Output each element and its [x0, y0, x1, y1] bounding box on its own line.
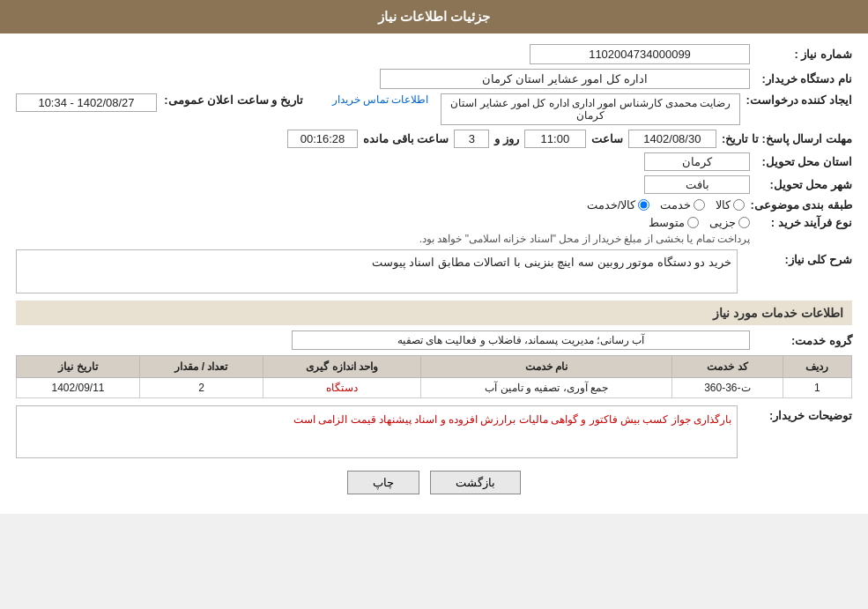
sharh-label: شرح کلی نیاز:	[738, 249, 852, 266]
th-vahed: واحد اندازه گیری	[263, 356, 420, 378]
jozi-label: جزیی	[709, 216, 736, 229]
noefrayand-desc: پرداخت تمام یا بخشی از مبلغ خریدار از مح…	[419, 233, 750, 245]
mohlat-saat-value: 11:00	[524, 130, 586, 148]
cell-kod: ت-36-360	[671, 378, 783, 398]
th-tarikh: تاریخ نیاز	[17, 356, 140, 378]
tarikh-ijad-row: ایجاد کننده درخواست: رضایت محمدی کارشناس…	[16, 93, 852, 125]
sharh-row: شرح کلی نیاز: خرید دو دستگاه موتور روبین…	[16, 249, 852, 293]
tozihat-box: بارگذاری جواز کسب بیش فاکتور و گواهی مال…	[16, 405, 738, 458]
mohlat-label: مهلت ارسال پاسخ: تا تاریخ:	[722, 132, 852, 145]
shomara-niaz-label: شماره نیاز :	[755, 48, 852, 61]
service-table-body: 1 ت-36-360 جمع آوری، تصفیه و تامین آب دس…	[17, 378, 852, 398]
ijad-label: ایجاد کننده درخواست:	[746, 93, 852, 107]
ostan-row: استان محل تحویل: کرمان	[16, 152, 852, 171]
shomara-row: شماره نیاز : 1102004734000099	[16, 44, 852, 64]
mohlat-baghi-label: ساعت باقی مانده	[363, 132, 449, 145]
shahr-row: شهر محل تحویل: بافت	[16, 175, 852, 194]
th-kod: کد خدمت	[671, 356, 783, 378]
mohlat-roz-value: 3	[454, 130, 489, 148]
noefrayand-label: نوع فرآیند خرید :	[755, 216, 852, 229]
ijad-value: رضایت محمدی کارشناس امور اداری اداره کل …	[441, 93, 740, 125]
main-content: شماره نیاز : 1102004734000099 نام دستگاه…	[0, 33, 868, 514]
shahr-value: بافت	[644, 175, 750, 194]
motavasit-label: متوسط	[649, 216, 685, 229]
tarikh-label: تاریخ و ساعت اعلان عمومی:	[162, 93, 303, 107]
mohlat-row: مهلت ارسال پاسخ: تا تاریخ: 1402/08/30 سا…	[16, 130, 852, 148]
nam-dastgah-row: نام دستگاه خریدار: اداره کل امور عشایر ا…	[16, 69, 852, 89]
gorohe-khedmat-label: گروه خدمت:	[755, 334, 852, 347]
tabaqe-kala-item: کالا	[716, 198, 745, 212]
bottom-buttons: بازگشت چاپ	[16, 471, 852, 494]
table-row: 1 ت-36-360 جمع آوری، تصفیه و تامین آب دس…	[17, 378, 852, 398]
mohlat-baghi-value: 00:16:28	[287, 130, 358, 148]
tozihat-label: توضیحات خریدار:	[738, 405, 852, 422]
service-table-header-row: ردیف کد خدمت نام خدمت واحد اندازه گیری ت…	[17, 356, 852, 378]
service-table-head: ردیف کد خدمت نام خدمت واحد اندازه گیری ت…	[17, 356, 852, 378]
page-title: جزئیات اطلاعات نیاز	[378, 9, 490, 24]
tabaqe-kala-khedmat-label: کالا/خدمت	[587, 198, 636, 212]
th-tedad: تعداد / مقدار	[140, 356, 263, 378]
tozihat-val: بارگذاری جواز کسب بیش فاکتور و گواهی مال…	[16, 405, 738, 458]
sharh-val: خرید دو دستگاه موتور روبین سه اینچ بنزین…	[16, 249, 738, 293]
mohlat-date: 1402/08/30	[628, 130, 716, 148]
ostan-label: استان محل تحویل:	[755, 155, 852, 168]
tozihat-row: توضیحات خریدار: بارگذاری جواز کسب بیش فا…	[16, 405, 852, 458]
jozi-radio[interactable]	[738, 217, 750, 228]
tabaqe-kala-label: کالا	[716, 198, 731, 212]
mohlat-saat-label: ساعت	[591, 132, 623, 145]
service-table: ردیف کد خدمت نام خدمت واحد اندازه گیری ت…	[16, 355, 852, 398]
cell-tedad: 2	[140, 378, 263, 398]
chap-button[interactable]: چاپ	[347, 471, 419, 494]
nam-dastgah-label: نام دستگاه خریدار:	[755, 72, 852, 85]
motavasit-radio[interactable]	[687, 217, 699, 228]
page-wrapper: جزئیات اطلاعات نیاز شماره نیاز : 1102004…	[0, 0, 868, 514]
tabaqe-khedmat-label: خدمت	[660, 198, 691, 212]
mohlat-roz-label: روز و	[494, 132, 519, 145]
cell-tarikh: 1402/09/11	[17, 378, 140, 398]
th-radif: ردیف	[783, 356, 851, 378]
noefrayand-radio-group: جزیی متوسط	[419, 216, 750, 229]
sharh-box: خرید دو دستگاه موتور روبین سه اینچ بنزین…	[16, 249, 738, 293]
noefrayand-row: نوع فرآیند خرید : جزیی متوسط پرداخت تمام…	[16, 216, 852, 245]
cell-vahed: دستگاه	[263, 378, 420, 398]
tabaqe-kala-radio[interactable]	[733, 199, 745, 211]
th-nam: نام خدمت	[421, 356, 672, 378]
ostan-value: کرمان	[644, 152, 750, 171]
tarikh-value: 1402/08/27 - 10:34	[16, 93, 157, 112]
khadamat-header: اطلاعات خدمات مورد نیاز	[16, 301, 852, 325]
tabaqe-row: طبقه بندی موضوعی: کالا خدمت کالا/خدمت	[16, 198, 852, 212]
ettelaat-link[interactable]: اطلاعات تماس خریدار	[332, 93, 429, 106]
tabaqe-kala-khedmat-radio[interactable]	[638, 199, 649, 211]
tabaqe-khedmat-item: خدمت	[660, 198, 705, 212]
jozi-item: جزیی	[709, 216, 750, 229]
shahr-label: شهر محل تحویل:	[755, 178, 852, 191]
cell-radif: 1	[783, 378, 851, 398]
tabaqe-radio-group: کالا خدمت کالا/خدمت	[587, 198, 746, 212]
cell-nam: جمع آوری، تصفیه و تامین آب	[421, 378, 672, 398]
page-header: جزئیات اطلاعات نیاز	[0, 0, 868, 33]
tabaqe-label: طبقه بندی موضوعی:	[750, 198, 852, 212]
gorohe-khedmat-value: آب رسانی؛ مدیریت پسماند، فاضلاب و فعالیت…	[292, 330, 750, 350]
shomara-niaz-value: 1102004734000099	[530, 44, 750, 64]
tabaqe-khedmat-radio[interactable]	[694, 199, 705, 211]
tabaqe-kala-khedmat-item: کالا/خدمت	[587, 198, 650, 212]
nam-dastgah-value: اداره کل امور عشایر استان کرمان	[380, 69, 750, 89]
gorohe-khedmat-row: گروه خدمت: آب رسانی؛ مدیریت پسماند، فاضل…	[16, 330, 852, 350]
bazgasht-button[interactable]: بازگشت	[430, 471, 521, 494]
motavasit-item: متوسط	[649, 216, 699, 229]
tozihat-value: بارگذاری جواز کسب بیش فاکتور و گواهی مال…	[293, 413, 731, 426]
sharh-value: خرید دو دستگاه موتور روبین سه اینچ بنزین…	[372, 256, 731, 269]
